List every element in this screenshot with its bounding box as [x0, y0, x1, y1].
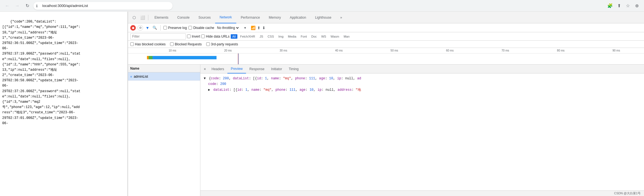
search-button[interactable]: 🔍	[152, 25, 158, 31]
has-blocked-cookies-label[interactable]: Has blocked cookies	[130, 42, 166, 46]
json-age-key: age	[319, 76, 325, 81]
detail-tab-preview[interactable]: Preview	[227, 65, 246, 74]
export-button[interactable]: ⬇	[262, 26, 266, 30]
json-ad-key: ad	[357, 76, 361, 81]
json-brace-open: {	[209, 76, 211, 81]
tick-80ms: 80 ms	[533, 49, 588, 52]
disable-cache-checkbox[interactable]	[188, 26, 192, 30]
main-layout: {"code":200,"dataList": [{"id":1,"name":…	[0, 12, 644, 196]
detail-panel: × Headers Preview Response Initiator Tim…	[200, 65, 644, 196]
json-line-code: code : 200	[204, 81, 641, 87]
json-comma-6: ,	[353, 76, 357, 81]
footer-text: CSDN @大白菜1号	[614, 191, 641, 195]
detail-tab-response[interactable]: Response	[246, 65, 268, 74]
blocked-requests-checkbox[interactable]	[170, 42, 174, 46]
tab-console[interactable]: Console	[173, 12, 194, 23]
back-button[interactable]: ←	[3, 2, 11, 10]
filter-ws[interactable]: WS	[319, 34, 328, 39]
address-input[interactable]	[33, 2, 173, 10]
tab-performance[interactable]: Performance	[236, 12, 264, 23]
blocked-requests-label[interactable]: Blocked Requests	[170, 42, 202, 46]
profile-button[interactable]: ⊕	[633, 2, 641, 10]
tick-60ms: 60 ms	[422, 49, 478, 52]
filter-wasm[interactable]: Wasm	[329, 34, 341, 39]
detail-tab-headers[interactable]: Headers	[208, 65, 227, 74]
tab-more[interactable]: »	[336, 12, 347, 23]
json-comma-3: ,	[291, 76, 295, 81]
json-phone-key: phone	[295, 76, 305, 81]
name-list: Name ≡ adminList	[128, 65, 200, 196]
tab-sources[interactable]: Sources	[194, 12, 215, 23]
record-button[interactable]: ⏺	[130, 25, 136, 31]
filter-input[interactable]	[130, 33, 186, 40]
reload-button[interactable]: ↻	[23, 2, 31, 10]
forward-button[interactable]: →	[13, 2, 21, 10]
tick-30ms: 30 ms	[256, 49, 311, 52]
third-party-label[interactable]: 3rd-party requests	[206, 42, 238, 46]
json-ip-val-2: null,	[326, 87, 338, 93]
toolbar-sep2	[160, 25, 161, 31]
extension-button[interactable]: 🧩	[606, 2, 614, 10]
tick-10ms: 10 ms	[145, 49, 200, 52]
bar-blue	[153, 56, 217, 59]
tab-memory[interactable]: Memory	[264, 12, 285, 23]
device-toolbar-button[interactable]: ⬜	[139, 14, 146, 21]
network-toolbar: ⏺ ⊘ ▼ 🔍 Preserve log Disable cache No th…	[128, 23, 644, 32]
tab-lighthouse[interactable]: Lighthouse	[311, 12, 336, 23]
json-datalist-key: dataList	[213, 87, 229, 93]
filter-media[interactable]: Media	[286, 34, 298, 39]
filter-toggle-button[interactable]: ▼	[145, 25, 150, 31]
hide-data-urls-checkbox[interactable]	[201, 35, 205, 38]
filter-css[interactable]: CSS	[266, 34, 276, 39]
filter-img[interactable]: Img	[277, 34, 285, 39]
list-item-adminlist[interactable]: ≡ adminList	[128, 72, 200, 81]
has-blocked-cookies-checkbox[interactable]	[130, 42, 134, 46]
tab-network[interactable]: Network	[215, 12, 236, 23]
json-code-val-2: 200	[220, 81, 226, 87]
content-area: Name ≡ adminList × Headers Preview Respo…	[128, 65, 644, 196]
hide-data-urls-label[interactable]: Hide data URLs	[201, 35, 230, 38]
invert-label[interactable]: Invert	[187, 35, 200, 38]
import-button[interactable]: ⬆	[257, 26, 260, 30]
filter-all[interactable]: All	[231, 34, 237, 39]
json-name-val-2: "mq"	[264, 87, 272, 93]
share-button[interactable]: ⬆	[615, 2, 623, 10]
json-id-key-2: id	[237, 87, 241, 93]
preserve-log-label[interactable]: Preserve log	[163, 26, 187, 30]
json-colon-15: :	[352, 87, 355, 93]
clear-button[interactable]: ⊘	[137, 25, 143, 31]
tick-20ms: 20 ms	[200, 49, 255, 52]
json-colon-7: :	[341, 76, 345, 81]
devtools-toolbar: ⬡ ⬜ Elements Console Sources Network Per…	[128, 12, 644, 23]
address-bar-wrap: ℹ	[33, 2, 173, 10]
invert-text: Invert	[192, 35, 200, 38]
filter-js[interactable]: JS	[258, 34, 265, 39]
tab-elements[interactable]: Elements	[150, 12, 173, 23]
filter-doc[interactable]: Doc	[310, 34, 319, 39]
preserve-log-checkbox[interactable]	[163, 26, 167, 30]
third-party-checkbox[interactable]	[206, 42, 210, 46]
collapse-arrow-1[interactable]: ▼	[204, 76, 208, 81]
name-column-header: Name	[130, 67, 139, 70]
collapse-arrow-2[interactable]: ▶	[208, 87, 212, 93]
name-list-header: Name	[128, 65, 200, 72]
json-colon-6: :	[325, 76, 329, 81]
tab-application[interactable]: Application	[285, 12, 311, 23]
response-text: {"code":200,"dataList": [{"id":1,"name":…	[2, 20, 80, 125]
filter-font[interactable]: Font	[299, 34, 309, 39]
detail-close-button[interactable]: ×	[201, 66, 208, 72]
filter-toolbar: Invert Hide data URLs All Fetch/XHR JS C…	[128, 32, 644, 41]
invert-checkbox[interactable]	[187, 35, 191, 38]
detail-tab-timing[interactable]: Timing	[285, 65, 302, 74]
throttle-select[interactable]: No throttling	[216, 26, 240, 30]
filter-man[interactable]: Man	[342, 34, 351, 39]
filter-fetch-xhr[interactable]: Fetch/XHR	[239, 34, 257, 39]
json-comma-10: ,	[314, 87, 318, 93]
json-name-val: "mq"	[283, 76, 291, 81]
detail-tab-initiator[interactable]: Initiator	[268, 65, 285, 74]
json-comma-8: ,	[271, 87, 275, 93]
inspect-element-button[interactable]: ⬡	[130, 14, 138, 21]
disable-cache-label[interactable]: Disable cache	[188, 26, 214, 30]
json-datalist-key-inline: dataList	[233, 76, 249, 81]
bookmark-button[interactable]: ☆	[624, 2, 632, 10]
